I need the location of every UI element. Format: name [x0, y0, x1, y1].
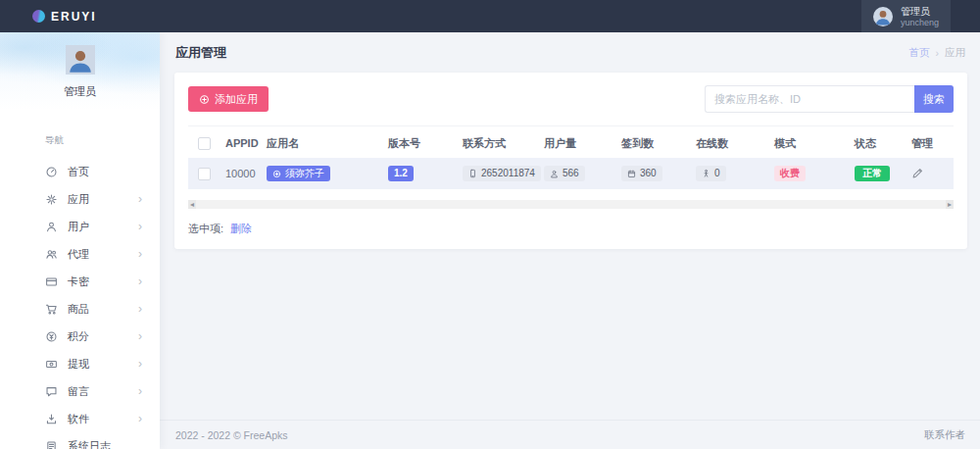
agents-icon	[45, 248, 58, 261]
header-manage: 管理	[902, 128, 954, 158]
topbar: ERUYI 管理员 yuncheng	[0, 0, 980, 32]
sidebar-item-label: 软件	[68, 412, 89, 426]
sidebar-avatar[interactable]	[66, 61, 95, 77]
brand-logo[interactable]: ERUYI	[0, 10, 97, 24]
sidebar-item-messages[interactable]: 留言 ›	[0, 377, 160, 405]
pencil-icon	[911, 167, 924, 179]
card-toolbar: 添加应用 搜索	[188, 85, 954, 126]
chevron-right-icon: ›	[138, 358, 142, 370]
plus-circle-icon	[199, 94, 210, 105]
topbar-user-name: 管理员	[901, 6, 939, 18]
message-icon	[45, 385, 58, 398]
sidebar-item-label: 代理	[68, 247, 89, 262]
edit-button[interactable]	[911, 167, 924, 181]
page-title: 应用管理	[175, 44, 226, 62]
chevron-right-icon: ›	[138, 303, 142, 315]
search-input[interactable]	[705, 85, 914, 113]
nav-section-label: 导航	[0, 134, 160, 158]
scroll-right-icon[interactable]: ▸	[946, 200, 954, 209]
topbar-user-handle: yuncheng	[901, 18, 939, 27]
contact-badge: 2652011874	[463, 166, 541, 181]
sidebar-item-withdraw[interactable]: 提现 ›	[0, 350, 160, 377]
footer-copyright: 2022 - 2022 © FreeApks	[175, 429, 288, 441]
breadcrumb: 首页 › 应用	[909, 46, 966, 60]
sidebar-item-home[interactable]: 首页	[0, 158, 160, 185]
search-bar: 搜索	[705, 85, 954, 113]
sidebar-item-system-log[interactable]: 系统日志	[0, 432, 160, 449]
sidebar-item-label: 卡密	[68, 274, 89, 289]
brand-logo-icon	[32, 10, 45, 23]
horizontal-scrollbar[interactable]: ◂ ▸	[188, 200, 954, 209]
app-name-badge[interactable]: 须弥芥子	[267, 166, 330, 181]
checkins-badge: 360	[621, 166, 662, 181]
log-icon	[45, 440, 58, 449]
search-button[interactable]: 搜索	[914, 85, 954, 113]
table-row: 10000 须弥芥子 1.2	[188, 158, 954, 189]
app-list-card: 添加应用 搜索 APPID 应用名	[174, 73, 967, 249]
header-mode: 模式	[764, 128, 845, 158]
header-app-name: 应用名	[257, 128, 378, 158]
apps-table: APPID 应用名 版本号 联系方式 用户量 签到数 在线数 模式 状态 管理	[188, 128, 954, 189]
header-status: 状态	[845, 128, 902, 158]
sidebar-item-agents[interactable]: 代理 ›	[0, 240, 160, 268]
sidebar-item-label: 留言	[68, 384, 89, 399]
card-icon	[45, 275, 58, 288]
phone-icon	[468, 169, 477, 178]
sidebar-item-points[interactable]: 积分 ›	[0, 323, 160, 350]
breadcrumb-separator: ›	[936, 47, 940, 59]
person-walking-icon	[702, 169, 710, 178]
sidebar-item-label: 积分	[68, 329, 89, 344]
topbar-user-menu[interactable]: 管理员 yuncheng	[861, 0, 951, 32]
sidebar-item-goods[interactable]: 商品 ›	[0, 295, 160, 323]
user-icon	[45, 221, 58, 233]
sidebar: 管理员 导航 首页 应用 › 用户 › 代理 ›	[0, 32, 160, 449]
sidebar-item-cards[interactable]: 卡密 ›	[0, 268, 160, 295]
chevron-right-icon: ›	[138, 248, 142, 260]
sidebar-item-label: 用户	[68, 220, 89, 234]
delete-selected-link[interactable]: 删除	[230, 223, 252, 234]
sidebar-item-label: 首页	[68, 165, 89, 179]
table-header-row: APPID 应用名 版本号 联系方式 用户量 签到数 在线数 模式 状态 管理	[188, 128, 954, 158]
row-checkbox[interactable]	[198, 168, 211, 180]
sidebar-item-label: 系统日志	[68, 439, 111, 449]
sidebar-item-software[interactable]: 软件 ›	[0, 405, 160, 432]
selection-label: 选中项:	[188, 223, 223, 234]
sidebar-item-label: 应用	[68, 192, 89, 207]
chevron-right-icon: ›	[138, 221, 142, 232]
sidebar-item-apps[interactable]: 应用 ›	[0, 185, 160, 213]
footer: 2022 - 2022 © FreeApks 联系作者	[160, 420, 980, 449]
chevron-right-icon: ›	[138, 413, 142, 424]
header-version: 版本号	[378, 128, 453, 158]
breadcrumb-current: 应用	[945, 46, 965, 60]
online-count-badge: 0	[696, 166, 726, 181]
header-appid: APPID	[216, 128, 257, 158]
app-window: ERUYI 管理员 yuncheng 管理员 导航 首页	[0, 0, 980, 449]
users-count-badge: 566	[544, 166, 585, 181]
breadcrumb-home-link[interactable]: 首页	[909, 46, 930, 60]
app-circle-icon	[272, 170, 281, 178]
gear-icon	[45, 193, 58, 206]
scroll-left-icon[interactable]: ◂	[188, 200, 196, 209]
main-content: 应用管理 首页 › 应用 添加应用 搜索	[160, 32, 980, 449]
chevron-right-icon: ›	[138, 193, 142, 205]
status-badge: 正常	[855, 166, 890, 181]
sidebar-nav: 导航 首页 应用 › 用户 › 代理 › 卡密	[0, 134, 160, 449]
sidebar-profile-name: 管理员	[0, 84, 160, 99]
user-avatar	[873, 7, 893, 26]
footer-contact-link[interactable]: 联系作者	[924, 428, 965, 442]
chevron-right-icon: ›	[138, 330, 142, 342]
cell-appid: 10000	[216, 158, 257, 189]
add-app-button[interactable]: 添加应用	[188, 86, 269, 112]
calendar-icon	[627, 170, 636, 178]
mode-badge: 收费	[774, 166, 806, 181]
sidebar-item-users[interactable]: 用户 ›	[0, 213, 160, 240]
selection-actions: 选中项: 删除	[188, 222, 954, 236]
chevron-right-icon: ›	[138, 275, 142, 287]
coin-icon	[45, 330, 58, 343]
header-online: 在线数	[686, 128, 764, 158]
software-icon	[45, 413, 58, 425]
header-checkins: 签到数	[612, 128, 686, 158]
select-all-checkbox[interactable]	[198, 137, 211, 150]
sidebar-item-label: 商品	[68, 302, 89, 317]
user-icon	[550, 170, 559, 178]
